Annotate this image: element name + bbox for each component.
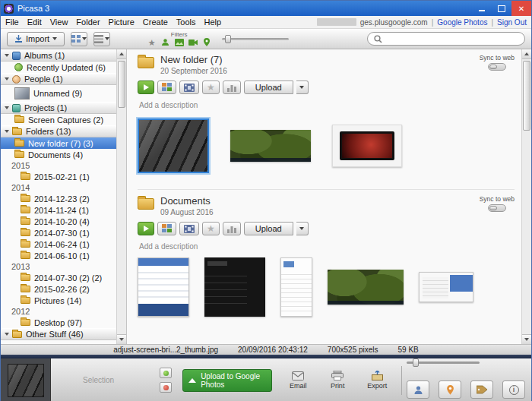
photo-thumbnail-desktop-green-2[interactable] [328, 270, 404, 305]
sidebar-year-2012[interactable]: 2012 [1, 306, 116, 317]
sync-to-web-control[interactable]: Sync to web [480, 54, 515, 71]
sidebar-section-folders[interactable]: Folders (13) [1, 125, 116, 137]
sidebar-item-new-folder[interactable]: New folder (7) (3) [1, 137, 116, 149]
filter-date-slider[interactable] [222, 38, 289, 40]
sidebar-item-2014-12-23[interactable]: 2014-12-23 (2) [1, 193, 116, 204]
scroll-up-button[interactable] [117, 49, 126, 59]
sidebar-item-unnamed[interactable]: Unnamed (9) [1, 85, 116, 102]
description-placeholder[interactable]: Add a description [139, 101, 515, 109]
sync-toggle[interactable] [488, 63, 506, 71]
sidebar-section-people[interactable]: People (1) [1, 73, 116, 85]
slider-knob[interactable] [225, 35, 231, 43]
sidebar-item-2014-06-10[interactable]: 2014-06-10 (1) [1, 250, 116, 261]
sync-to-web-control[interactable]: Sync to web [480, 195, 515, 212]
photo-thumbnail-dark-screenshot[interactable] [204, 257, 265, 317]
upload-to-google-photos-button[interactable]: Upload to Google Photos [182, 369, 272, 392]
photo-thumbnail-webpage[interactable] [138, 257, 189, 317]
menu-help[interactable]: Help [204, 17, 222, 27]
upload-button[interactable]: Upload [244, 222, 293, 235]
menu-picture[interactable]: Picture [109, 17, 135, 27]
sidebar-scrollbar[interactable] [116, 49, 126, 344]
maximize-button[interactable] [492, 1, 511, 16]
filter-photos-icon[interactable] [174, 38, 184, 47]
sidebar-section-albums[interactable]: Albums (1) [1, 49, 116, 62]
sidebar-item-2015-02-21[interactable]: 2015-02-21 (1) [1, 171, 116, 182]
photo-thumbnail-tall-page[interactable] [280, 257, 312, 317]
upload-button[interactable]: Upload [244, 81, 293, 94]
sidebar-item-2014-07-30-2[interactable]: 2014-07-30 (2) (2) [1, 272, 116, 283]
thumbnail-zoom-slider[interactable] [407, 362, 480, 364]
sidebar-year-2014[interactable]: 2014 [1, 182, 116, 193]
photo-tray[interactable] [1, 358, 51, 401]
sidebar-item-2014-07-30[interactable]: 2014-07-30 (1) [1, 227, 116, 238]
star-button[interactable] [202, 222, 220, 235]
sign-out-link[interactable]: Sign Out [497, 18, 527, 27]
create-collage-button[interactable] [157, 81, 176, 94]
menu-edit[interactable]: Edit [27, 17, 42, 27]
folder-title[interactable]: Documents [160, 195, 214, 207]
scroll-up-button[interactable] [522, 49, 531, 59]
histogram-button[interactable] [223, 81, 241, 94]
sidebar-year-2013[interactable]: 2013 [1, 261, 116, 272]
sync-toggle[interactable] [488, 204, 506, 212]
import-button[interactable]: Import [7, 32, 65, 46]
star-button[interactable] [202, 81, 220, 94]
filter-geotagged-icon[interactable] [201, 38, 211, 47]
export-button[interactable]: Export [363, 371, 391, 390]
view-flat-button[interactable] [71, 32, 87, 46]
histogram-button[interactable] [223, 222, 241, 235]
filter-starred-icon[interactable] [147, 38, 157, 47]
sidebar-item-pictures[interactable]: Pictures (14) [1, 295, 116, 306]
sidebar-item-2014-11-24[interactable]: 2014-11-24 (1) [1, 204, 116, 216]
menu-view[interactable]: View [50, 17, 68, 27]
folder-title[interactable]: New folder (7) [160, 54, 227, 65]
sidebar-year-2015[interactable]: 2015 [1, 160, 116, 171]
hold-selection-button[interactable] [160, 368, 172, 378]
sidebar-item-2015-02-26[interactable]: 2015-02-26 (2) [1, 283, 116, 295]
sidebar-item-desktop[interactable]: Desktop (97) [1, 317, 116, 328]
places-panel-button[interactable] [439, 380, 461, 399]
search-input[interactable] [386, 34, 518, 43]
properties-panel-button[interactable]: i [502, 380, 525, 399]
description-placeholder[interactable]: Add a description [139, 242, 515, 251]
close-button[interactable] [511, 1, 531, 16]
content-scrollbar[interactable] [521, 49, 531, 344]
sidebar-item-recently-updated[interactable]: Recently Updated (6) [1, 62, 116, 73]
google-photos-link[interactable]: Google Photos [437, 18, 487, 27]
tags-panel-button[interactable] [470, 380, 493, 399]
print-button[interactable]: Print [324, 371, 351, 390]
photo-thumbnail-desktop-green[interactable] [230, 130, 311, 162]
upload-dropdown-button[interactable] [296, 81, 309, 94]
create-movie-button[interactable] [179, 81, 199, 94]
scrollbar-thumb[interactable] [523, 61, 530, 131]
photo-thumbnail-note[interactable] [419, 272, 473, 302]
titlebar[interactable]: Picasa 3 [1, 1, 531, 16]
photo-thumbnail-keyboard[interactable] [138, 118, 209, 173]
filter-faces-icon[interactable] [160, 38, 170, 47]
people-panel-button[interactable] [407, 380, 429, 399]
menu-tools[interactable]: Tools [176, 17, 196, 27]
scrollbar-thumb[interactable] [118, 61, 125, 108]
view-tree-button[interactable] [93, 32, 110, 46]
search-box[interactable] [367, 32, 525, 46]
photo-thumbnail-monitor[interactable] [332, 125, 402, 167]
clear-selection-button[interactable] [160, 382, 172, 393]
filter-videos-icon[interactable] [188, 38, 198, 47]
slideshow-play-button[interactable] [138, 222, 154, 235]
sidebar-item-2014-10-20[interactable]: 2014-10-20 (4) [1, 216, 116, 227]
create-movie-button[interactable] [179, 222, 199, 235]
minimize-button[interactable] [472, 1, 492, 16]
sidebar-item-documents[interactable]: Documents (4) [1, 149, 116, 160]
menu-create[interactable]: Create [143, 17, 168, 27]
sidebar-section-projects[interactable]: Projects (1) [1, 102, 116, 114]
menu-file[interactable]: File [5, 17, 19, 27]
create-collage-button[interactable] [157, 222, 176, 235]
slideshow-play-button[interactable] [138, 81, 154, 94]
sidebar-item-2014-06-24[interactable]: 2014-06-24 (1) [1, 238, 116, 250]
sidebar-item-screen-captures[interactable]: Screen Captures (2) [1, 114, 116, 125]
upload-dropdown-button[interactable] [296, 222, 309, 235]
tray-selected-thumbnail[interactable] [8, 364, 44, 397]
sidebar-section-other-stuff[interactable]: Other Stuff (46) [1, 328, 116, 340]
scroll-down-button[interactable] [117, 334, 126, 344]
scroll-down-button[interactable] [522, 334, 531, 344]
